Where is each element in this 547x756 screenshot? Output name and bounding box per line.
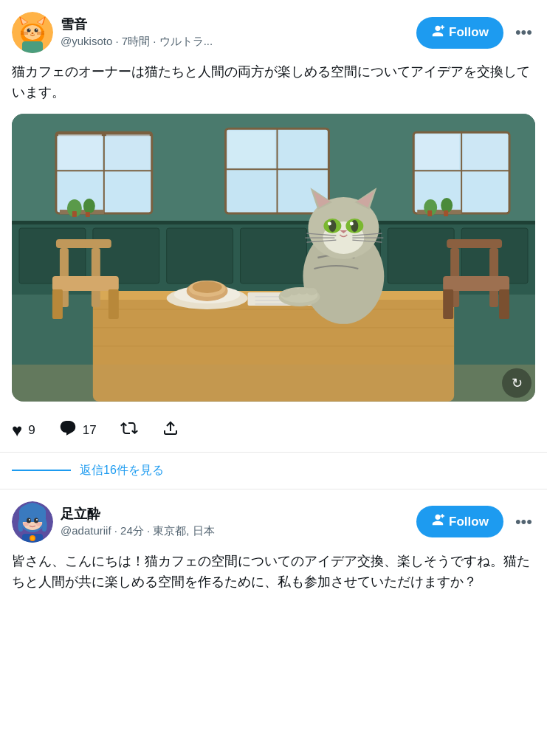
tweet-2-user-meta: @adaturiif · 24分 · 東京都, 日本 [61, 524, 416, 538]
tweet-1-user-info: 雪音 @yukisoto · 7時間 · ウルトラ... [61, 16, 416, 49]
svg-rect-70 [499, 289, 509, 319]
svg-text:↻: ↻ [512, 376, 523, 391]
tweet-1-like-action[interactable]: ♥ 9 [12, 420, 35, 441]
svg-rect-24 [106, 134, 150, 169]
svg-rect-34 [279, 131, 326, 168]
tweet-1-header: 雪音 @yukisoto · 7時間 · ウルトラ... Follow [12, 12, 535, 53]
svg-rect-44 [444, 210, 448, 216]
tweet-1-comment-count: 17 [83, 423, 97, 438]
svg-rect-16 [22, 41, 43, 53]
tweet-1-actions: ♥ 9 17 [12, 412, 535, 452]
svg-point-121 [36, 519, 38, 520]
svg-rect-64 [109, 289, 119, 319]
tweet-1: 雪音 @yukisoto · 7時間 · ウルトラ... Follow [0, 0, 547, 453]
svg-point-9 [29, 29, 30, 30]
svg-point-7 [27, 29, 31, 32]
tweet-feed: 雪音 @yukisoto · 7時間 · ウルトラ... Follow [0, 0, 547, 618]
person-add-icon [431, 24, 444, 41]
more-dots-icon: ••• [515, 23, 532, 42]
svg-point-118 [27, 518, 31, 523]
tweet-1-follow-button[interactable]: Follow [416, 17, 503, 49]
share-icon [162, 419, 179, 441]
svg-point-75 [193, 281, 222, 293]
avatar-adaturiif[interactable] [12, 501, 53, 543]
svg-rect-49 [167, 228, 233, 284]
tweet-2-more-button[interactable]: ••• [512, 509, 535, 535]
svg-point-93 [328, 220, 336, 232]
tweet-1-share-action[interactable] [162, 419, 179, 441]
svg-rect-68 [443, 276, 509, 291]
tweet-2-user-info: 足立酔 @adaturiif · 24分 · 東京都, 日本 [61, 506, 416, 538]
svg-rect-38 [416, 134, 459, 169]
svg-rect-47 [19, 228, 86, 284]
retweet-icon [120, 419, 138, 441]
svg-point-123 [36, 522, 42, 526]
svg-point-96 [350, 221, 354, 225]
svg-point-11 [32, 32, 34, 34]
svg-rect-59 [56, 239, 111, 248]
svg-rect-52 [388, 228, 454, 284]
tweet-2-follow-label: Follow [449, 515, 489, 529]
avatar-yukisoto[interactable] [12, 12, 53, 53]
tweet-1-text: 猫カフェのオーナーは猫たちと人間の両方が楽しめる空間についてアイデアを交換してい… [12, 62, 535, 103]
tweet-1-user-meta: @yukisoto · 7時間 · ウルトラ... [61, 35, 416, 49]
tweet-1-display-name[interactable]: 雪音 [61, 16, 416, 33]
more-dots-icon-2: ••• [515, 512, 532, 532]
svg-rect-62 [52, 276, 119, 291]
svg-point-10 [36, 29, 38, 30]
tweet-2: 足立酔 @adaturiif · 24分 · 東京都, 日本 Follow [0, 489, 547, 618]
view-replies-link[interactable]: 返信16件を見る [0, 453, 547, 489]
svg-rect-39 [464, 134, 507, 169]
svg-rect-43 [427, 210, 432, 216]
svg-point-120 [29, 519, 30, 520]
tweet-2-header: 足立酔 @adaturiif · 24分 · 東京都, 日本 Follow [12, 501, 535, 543]
svg-point-27 [83, 199, 95, 213]
svg-point-107 [289, 288, 299, 295]
tweet-1-more-button[interactable]: ••• [512, 20, 535, 45]
svg-rect-65 [447, 239, 502, 248]
heart-icon: ♥ [12, 420, 22, 441]
tweet-2-display-name[interactable]: 足立酔 [61, 506, 416, 523]
svg-rect-40 [417, 210, 461, 214]
view-replies-text: 返信16件を見る [80, 463, 164, 478]
svg-rect-29 [86, 212, 90, 217]
comment-icon [59, 419, 77, 441]
tweet-1-image[interactable]: ↻ [12, 114, 535, 402]
svg-point-122 [23, 522, 29, 526]
tweet-1-retweet-action[interactable] [120, 419, 138, 441]
svg-rect-46 [12, 221, 535, 224]
svg-rect-63 [52, 289, 63, 319]
svg-rect-23 [58, 134, 102, 169]
tweet-1-comment-action[interactable]: 17 [59, 419, 97, 441]
svg-point-109 [306, 288, 317, 295]
svg-rect-69 [443, 289, 453, 319]
svg-point-8 [35, 29, 38, 32]
svg-rect-28 [72, 211, 77, 217]
svg-rect-110 [12, 365, 535, 402]
tweet-2-text: 皆さん、こんにちは！猫カフェの空間についてのアイデア交換、楽しそうですね。猫たち… [12, 551, 535, 593]
svg-rect-50 [241, 228, 307, 284]
svg-point-126 [31, 536, 35, 540]
tweet-1-follow-label: Follow [449, 25, 489, 40]
tweet-2-follow-button[interactable]: Follow [416, 506, 503, 537]
tweet-1-like-count: 9 [28, 423, 35, 438]
svg-rect-25 [60, 210, 104, 214]
svg-rect-48 [93, 228, 159, 284]
svg-point-117 [20, 504, 45, 516]
person-add-icon-2 [431, 513, 444, 530]
svg-point-94 [351, 220, 358, 232]
svg-point-108 [297, 287, 308, 295]
svg-rect-33 [228, 131, 275, 168]
view-replies-line-decoration [12, 470, 71, 471]
svg-point-95 [328, 221, 331, 225]
svg-point-119 [34, 518, 38, 523]
